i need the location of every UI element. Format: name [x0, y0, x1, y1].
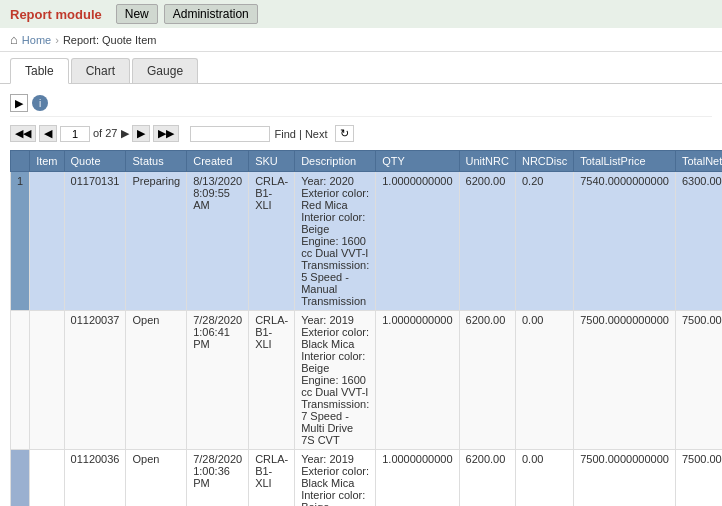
- expand-button[interactable]: ▶: [10, 94, 28, 112]
- administration-button[interactable]: Administration: [164, 4, 258, 24]
- totalnetprice-cell: 7500.0000000000: [675, 311, 722, 450]
- table-header-row: Item Quote Status Created SKU Descriptio…: [11, 151, 723, 172]
- top-bar: Report module New Administration: [0, 0, 722, 28]
- quote-cell: 01170131: [64, 172, 126, 311]
- tabs: Table Chart Gauge: [0, 52, 722, 84]
- quote-cell: 01120036: [64, 450, 126, 507]
- info-button[interactable]: i: [32, 95, 48, 111]
- status-cell: Open: [126, 450, 187, 507]
- description-cell: Year: 2019 Exterior color: Black Mica In…: [295, 311, 376, 450]
- sku-cell: CRLA-B1-XLI: [249, 311, 295, 450]
- col-header-totalnetprice[interactable]: TotalNetPrice: [675, 151, 722, 172]
- totalnetprice-cell: 7500.0000000000: [675, 450, 722, 507]
- find-label: Find | Next: [275, 128, 328, 140]
- created-cell: 7/28/2020 1:00:36 PM: [187, 450, 249, 507]
- row-num-cell: 1: [11, 172, 30, 311]
- col-header-status[interactable]: Status: [126, 151, 187, 172]
- created-cell: 8/13/2020 8:09:55 AM: [187, 172, 249, 311]
- col-header-sku[interactable]: SKU: [249, 151, 295, 172]
- breadcrumb: ⌂ Home › Report: Quote Item: [0, 28, 722, 52]
- nrcdisc-cell: 0.00: [515, 311, 573, 450]
- next-page-button[interactable]: ▶: [132, 125, 150, 142]
- unitnrc-cell: 6200.00: [459, 172, 515, 311]
- col-header-nrcdisc[interactable]: NRCDisc: [515, 151, 573, 172]
- tab-gauge[interactable]: Gauge: [132, 58, 198, 83]
- quote-cell: 01120037: [64, 311, 126, 450]
- page-total: of 27 ▶: [93, 127, 129, 140]
- table-row[interactable]: 01120037Open7/28/2020 1:06:41 PMCRLA-B1-…: [11, 311, 723, 450]
- description-cell: Year: 2020 Exterior color: Red Mica Inte…: [295, 172, 376, 311]
- sku-cell: CRLA-B1-XLI: [249, 172, 295, 311]
- col-header-quote[interactable]: Quote: [64, 151, 126, 172]
- sku-cell: CRLA-B1-XLI: [249, 450, 295, 507]
- row-num-cell: [11, 450, 30, 507]
- description-cell: Year: 2019 Exterior color: Black Mica In…: [295, 450, 376, 507]
- app-title: Report module: [10, 7, 102, 22]
- item-cell: [30, 172, 64, 311]
- unitnrc-cell: 6200.00: [459, 450, 515, 507]
- tab-table[interactable]: Table: [10, 58, 69, 84]
- breadcrumb-home[interactable]: Home: [22, 34, 51, 46]
- table-row[interactable]: 01120036Open7/28/2020 1:00:36 PMCRLA-B1-…: [11, 450, 723, 507]
- row-num-cell: [11, 311, 30, 450]
- created-cell: 7/28/2020 1:06:41 PM: [187, 311, 249, 450]
- breadcrumb-current: Report: Quote Item: [63, 34, 157, 46]
- status-cell: Preparing: [126, 172, 187, 311]
- qty-cell: 1.0000000000: [376, 450, 459, 507]
- refresh-button[interactable]: ↻: [335, 125, 354, 142]
- find-input[interactable]: [190, 126, 270, 142]
- col-header-description[interactable]: Description: [295, 151, 376, 172]
- prev-page-button[interactable]: ◀: [39, 125, 57, 142]
- nrcdisc-cell: 0.20: [515, 172, 573, 311]
- data-table: Item Quote Status Created SKU Descriptio…: [10, 150, 722, 506]
- content-area: ▶ i ◀◀ ◀ of 27 ▶ ▶ ▶▶ Find | Next ↻ Item…: [0, 84, 722, 506]
- totallistprice-cell: 7540.0000000000: [574, 172, 676, 311]
- item-cell: [30, 450, 64, 507]
- col-header-created[interactable]: Created: [187, 151, 249, 172]
- page-input[interactable]: [60, 126, 90, 142]
- home-icon: ⌂: [10, 32, 18, 47]
- table-row[interactable]: 101170131Preparing8/13/2020 8:09:55 AMCR…: [11, 172, 723, 311]
- col-header-item[interactable]: Item: [30, 151, 64, 172]
- new-button[interactable]: New: [116, 4, 158, 24]
- qty-cell: 1.0000000000: [376, 311, 459, 450]
- status-cell: Open: [126, 311, 187, 450]
- totallistprice-cell: 7500.0000000000: [574, 450, 676, 507]
- totallistprice-cell: 7500.0000000000: [574, 311, 676, 450]
- last-page-button[interactable]: ▶▶: [153, 125, 179, 142]
- unitnrc-cell: 6200.00: [459, 311, 515, 450]
- first-page-button[interactable]: ◀◀: [10, 125, 36, 142]
- col-header-totallistprice[interactable]: TotalListPrice: [574, 151, 676, 172]
- nrcdisc-cell: 0.00: [515, 450, 573, 507]
- col-header-rownum: [11, 151, 30, 172]
- col-header-unitnrc[interactable]: UnitNRC: [459, 151, 515, 172]
- breadcrumb-sep: ›: [55, 34, 59, 46]
- col-header-qty[interactable]: QTY: [376, 151, 459, 172]
- qty-cell: 1.0000000000: [376, 172, 459, 311]
- tab-chart[interactable]: Chart: [71, 58, 130, 83]
- toolbar: ▶ i: [10, 90, 712, 117]
- pagination: ◀◀ ◀ of 27 ▶ ▶ ▶▶ Find | Next ↻: [10, 121, 712, 146]
- item-cell: [30, 311, 64, 450]
- totalnetprice-cell: 6300.0000000000: [675, 172, 722, 311]
